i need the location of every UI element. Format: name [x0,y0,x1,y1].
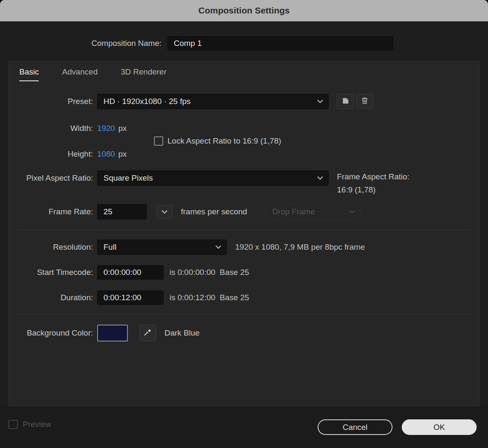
background-color-label: Background Color: [9,328,93,338]
composition-name-label: Composition Name: [0,39,167,48]
divider [17,314,471,315]
chevron-down-icon [215,245,221,249]
lock-aspect-checkbox[interactable] [154,136,163,146]
width-label: Width: [9,124,93,133]
frame-aspect-label: Frame Aspect Ratio: [337,170,409,183]
start-timecode-input[interactable] [97,265,164,280]
dialog-titlebar: Composition Settings [0,0,488,21]
frame-rate-row: Frame Rate: frames per second Drop Frame [9,204,479,219]
dialog-footer: Preview Cancel OK [0,406,488,448]
lock-aspect-row: Lock Aspect Ratio to 16:9 (1,78) [154,136,448,147]
resolution-row: Resolution: Full 1920 x 1080, 7,9 MB per… [9,240,479,255]
width-value[interactable]: 1920 [97,124,115,133]
duration-label: Duration: [9,293,93,302]
drop-frame-value: Drop Frame [272,207,315,216]
resolution-value: Full [103,243,117,252]
delete-preset-button[interactable] [356,94,373,109]
tab-3d-renderer[interactable]: 3D Renderer [121,67,167,81]
width-unit: px [118,124,127,133]
height-label: Height: [9,149,93,159]
preset-row: Preset: HD · 1920x1080 · 25 fps [9,94,479,109]
width-row: Width: 1920 px [9,122,479,135]
chevron-down-icon [317,176,323,180]
frames-per-second-label: frames per second [181,207,247,216]
trash-icon [360,96,369,107]
background-color-row: Background Color: Dark Blue [9,324,479,342]
height-unit: px [118,149,127,159]
dialog-title: Composition Settings [0,0,488,21]
duration-input[interactable] [97,291,164,305]
preview-label: Preview [23,420,51,429]
start-timecode-label: Start Timecode: [9,268,93,277]
tab-basic[interactable]: Basic [19,67,39,81]
composition-name-input[interactable] [167,36,393,51]
resolution-label: Resolution: [9,243,93,252]
tab-bar: Basic Advanced 3D Renderer [19,67,167,81]
duration-info: is 0:00:12:00 Base 25 [170,293,249,302]
resolution-info: 1920 x 1080, 7,9 MB per 8bpc frame [235,243,365,252]
save-preset-icon [341,96,350,107]
duration-row: Duration: is 0:00:12:00 Base 25 [9,290,479,305]
chevron-down-icon [162,208,167,216]
save-preset-button[interactable] [337,94,354,109]
preview-row: Preview [8,420,51,429]
ok-button[interactable]: OK [402,419,477,435]
frame-rate-label: Frame Rate: [9,207,93,216]
height-value[interactable]: 1080 [97,149,115,159]
frame-rate-input[interactable] [97,204,147,219]
drop-frame-dropdown: Drop Frame [266,204,361,219]
tab-advanced[interactable]: Advanced [62,67,98,81]
background-color-name: Dark Blue [164,328,199,338]
composition-name-row: Composition Name: [0,36,488,51]
composition-settings-dialog: Composition Settings Composition Name: B… [0,0,488,448]
start-timecode-row: Start Timecode: is 0:00:00:00 Base 25 [9,265,479,280]
preview-checkbox[interactable] [8,420,18,429]
preset-value: HD · 1920x1080 · 25 fps [103,97,191,106]
start-timecode-info: is 0:00:00:00 Base 25 [170,268,249,277]
frame-rate-preset-button[interactable] [156,205,172,219]
frame-aspect-block: Frame Aspect Ratio: 16:9 (1,78) [337,170,409,196]
eyedropper-icon [143,327,153,339]
frame-aspect-value: 16:9 (1,78) [337,183,409,196]
background-color-swatch[interactable] [97,325,128,341]
pixel-aspect-dropdown[interactable]: Square Pixels [97,171,329,186]
divider [17,230,471,230]
eyedropper-button[interactable] [139,325,156,341]
lock-aspect-label: Lock Aspect Ratio to 16:9 (1,78) [167,136,281,146]
preset-label: Preset: [9,97,93,106]
pixel-aspect-label: Pixel Aspect Ratio: [9,173,93,183]
preset-dropdown[interactable]: HD · 1920x1080 · 25 fps [97,94,329,109]
pixel-aspect-value: Square Pixels [103,173,153,183]
height-row: Height: 1080 px [9,148,479,160]
chevron-down-icon [349,210,355,214]
cancel-button[interactable]: Cancel [318,419,393,435]
chevron-down-icon [317,100,323,104]
resolution-dropdown[interactable]: Full [97,240,227,255]
settings-panel: Basic Advanced 3D Renderer Preset: HD · … [8,61,480,406]
